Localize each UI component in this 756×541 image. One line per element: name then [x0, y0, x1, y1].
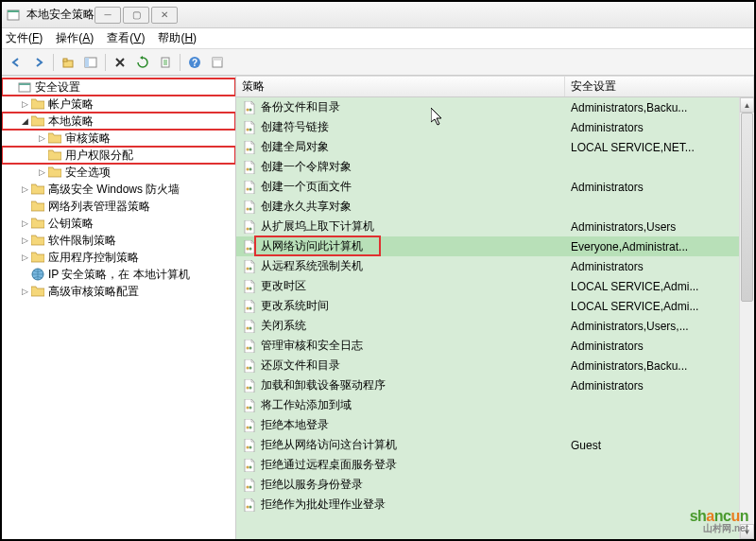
tree-node-0[interactable]: 安全设置 [2, 79, 235, 96]
help-button[interactable]: ? [184, 52, 205, 73]
maximize-button[interactable]: ▢ [123, 7, 149, 24]
window-title: 本地安全策略 [26, 7, 94, 23]
policy-name: 关闭系统 [261, 318, 306, 334]
tree-node-3[interactable]: ▷审核策略 [2, 130, 235, 147]
list-row[interactable]: 关闭系统Administrators,Users,... [236, 316, 754, 336]
folder-icon [47, 166, 62, 179]
minimize-button[interactable]: ─ [94, 7, 121, 24]
svg-point-38 [247, 346, 249, 349]
tree-node-12[interactable]: ▷高级审核策略配置 [2, 283, 235, 300]
show-hide-tree-button[interactable] [80, 52, 101, 73]
up-button[interactable] [58, 52, 78, 73]
svg-point-46 [247, 426, 249, 428]
policy-icon [242, 201, 257, 214]
svg-point-45 [249, 406, 252, 409]
list-row[interactable]: 创建符号链接Administrators [236, 117, 754, 137]
folder-icon [30, 251, 45, 264]
scroll-thumb[interactable] [741, 113, 753, 302]
menu-f[interactable]: 文件(F) [6, 30, 43, 46]
menu-h[interactable]: 帮助(H) [158, 30, 197, 46]
svg-point-28 [247, 247, 249, 250]
list-row[interactable]: 更改时区LOCAL SERVICE,Admi... [236, 276, 754, 296]
folder-icon [30, 234, 45, 247]
menu-v[interactable]: 查看(V) [107, 30, 145, 46]
svg-point-15 [249, 108, 252, 111]
list-row[interactable]: 创建一个令牌对象 [236, 157, 754, 177]
globe-icon [30, 268, 45, 281]
svg-point-17 [249, 128, 252, 131]
policy-setting: Administrators [571, 379, 644, 393]
list-row[interactable]: 备份文件和目录Administrators,Backu... [236, 97, 754, 117]
policy-name: 拒绝作为批处理作业登录 [261, 497, 386, 513]
svg-point-48 [247, 445, 249, 448]
list-row[interactable]: 还原文件和目录Administrators,Backu... [236, 356, 754, 375]
app-icon [6, 8, 21, 23]
policy-icon [242, 359, 257, 373]
forward-button[interactable] [28, 52, 49, 73]
list-row[interactable]: 拒绝从网络访问这台计算机Guest [236, 435, 754, 455]
tree-node-2[interactable]: ◢本地策略 [2, 113, 235, 130]
list-row[interactable]: 将工作站添加到域 [236, 395, 754, 415]
tree-node-11[interactable]: IP 安全策略，在 本地计算机 [2, 266, 235, 283]
tree-node-8[interactable]: ▷公钥策略 [2, 215, 235, 232]
tree-node-9[interactable]: ▷软件限制策略 [2, 232, 235, 249]
policy-setting: LOCAL SERVICE,NET... [571, 141, 695, 154]
svg-point-47 [249, 426, 252, 428]
list-row[interactable]: 从扩展坞上取下计算机Administrators,Users [236, 217, 754, 236]
policy-name: 创建永久共享对象 [261, 199, 352, 215]
back-button[interactable] [6, 52, 26, 73]
policy-setting: Administrators,Backu... [571, 101, 687, 114]
svg-point-33 [249, 287, 252, 289]
menu-a[interactable]: 操作(A) [56, 30, 94, 46]
export-button[interactable] [155, 52, 176, 73]
list-row[interactable]: 从远程系统强制关机Administrators [236, 256, 754, 276]
svg-rect-5 [85, 58, 89, 67]
tree-node-6[interactable]: ▷高级安全 Windows 防火墙 [2, 181, 235, 198]
tree-label: 安全设置 [35, 79, 80, 96]
list-row[interactable]: 管理审核和安全日志Administrators [236, 336, 754, 356]
tree-node-7[interactable]: 网络列表管理器策略 [2, 198, 235, 215]
tree-node-5[interactable]: ▷安全选项 [2, 164, 235, 181]
refresh-button[interactable] [132, 52, 153, 73]
delete-button[interactable] [110, 52, 130, 73]
properties-button[interactable] [207, 52, 228, 73]
list-row[interactable]: 拒绝通过远程桌面服务登录 [236, 455, 754, 475]
column-header-setting[interactable]: 安全设置 [565, 77, 754, 96]
policy-icon [242, 101, 257, 114]
policy-icon [242, 141, 257, 154]
svg-point-16 [247, 128, 249, 131]
policy-setting: LOCAL SERVICE,Admi... [571, 300, 698, 313]
tree-label: 用户权限分配 [65, 148, 133, 164]
list-row[interactable]: 更改系统时间LOCAL SERVICE,Admi... [236, 296, 754, 316]
policy-icon [242, 459, 257, 472]
policy-setting: Administrators,Users [571, 220, 676, 234]
svg-point-42 [247, 386, 249, 389]
policy-icon [242, 181, 257, 194]
list-row[interactable]: 从网络访问此计算机Everyone,Administrat... [236, 236, 754, 256]
list-header: 策略 安全设置 [236, 77, 754, 97]
svg-rect-1 [8, 10, 19, 12]
scroll-up-button[interactable]: ▲ [740, 97, 754, 113]
list-body[interactable]: 备份文件和目录Administrators,Backu...创建符号链接Admi… [236, 97, 754, 539]
tree-node-1[interactable]: ▷帐户策略 [2, 96, 235, 113]
list-row[interactable]: 创建永久共享对象 [236, 197, 754, 217]
list-row[interactable]: 拒绝本地登录 [236, 415, 754, 435]
policy-name: 从扩展坞上取下计算机 [261, 218, 374, 235]
policy-icon [242, 280, 257, 293]
list-row[interactable]: 拒绝以服务身份登录 [236, 475, 754, 495]
scrollbar-vertical[interactable]: ▲ ▼ [739, 97, 754, 539]
list-row[interactable]: 创建一个页面文件Administrators [236, 177, 754, 197]
svg-point-36 [247, 326, 249, 329]
tree-node-4[interactable]: 用户权限分配 [2, 147, 235, 164]
tree-label: 安全选项 [65, 165, 111, 181]
list-row[interactable]: 创建全局对象LOCAL SERVICE,NET... [236, 137, 754, 157]
tree-pane[interactable]: 安全设置▷帐户策略◢本地策略▷审核策略用户权限分配▷安全选项▷高级安全 Wind… [2, 77, 236, 539]
column-header-policy[interactable]: 策略 [236, 77, 565, 96]
tree-node-10[interactable]: ▷应用程序控制策略 [2, 249, 235, 266]
svg-point-41 [249, 366, 252, 369]
list-row[interactable]: 拒绝作为批处理作业登录 [236, 495, 754, 515]
svg-rect-3 [63, 59, 67, 61]
close-button[interactable]: ✕ [151, 7, 178, 24]
list-row[interactable]: 加载和卸载设备驱动程序Administrators [236, 375, 754, 395]
titlebar[interactable]: 本地安全策略 ─ ▢ ✕ [2, 2, 754, 28]
